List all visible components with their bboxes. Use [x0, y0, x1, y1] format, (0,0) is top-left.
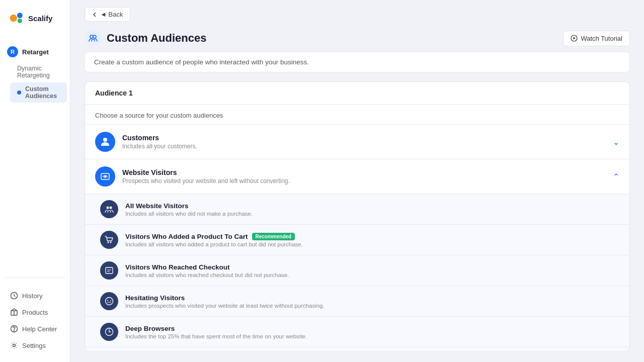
deep-browsers-svg [105, 327, 114, 336]
checkout-svg [105, 266, 114, 275]
page-title: Custom Audiences [85, 30, 206, 47]
sidebar-item-custom-audiences[interactable]: Custom Audiences [10, 82, 67, 103]
deep-browsers-info: Deep Browsers Includes the top 25% that … [125, 325, 307, 339]
svg-point-2 [18, 19, 22, 23]
deep-browsers-title: Deep Browsers [125, 325, 307, 332]
retarget-section: R Retarget Dynamic Retargeting Custom Au… [0, 42, 70, 103]
hesitating-svg [105, 297, 114, 306]
help-center-label: Help Center [22, 325, 57, 333]
watch-tutorial-label: Watch Tutorial [581, 35, 622, 42]
all-visitors-info: All Website Visitors Includes all visito… [125, 202, 253, 217]
svg-point-8 [14, 331, 15, 331]
svg-rect-21 [106, 267, 113, 274]
back-label: ◄ Back [100, 11, 123, 18]
custom-audiences-label: Custom Audiences [25, 85, 60, 100]
sidebar: calify Scalify R Retarget Dynamic Retarg… [0, 0, 70, 362]
page-title-icon [85, 30, 102, 47]
website-visitors-svg [100, 171, 110, 182]
svg-point-10 [90, 35, 93, 38]
audience-title: Audience 1 [85, 82, 629, 105]
customers-svg [100, 137, 110, 147]
svg-point-18 [110, 207, 112, 209]
sidebar-item-dynamic-retargeting[interactable]: Dynamic Retargeting [10, 62, 67, 82]
description-text: Create a custom audience of people who i… [94, 58, 309, 66]
description-bar: Create a custom audience of people who i… [85, 52, 630, 72]
recommended-badge: Recommended [252, 233, 295, 240]
hesitating-info: Hesitating Visitors Includes prospects w… [125, 294, 325, 309]
gear-icon [10, 341, 18, 349]
all-visitors-title: All Website Visitors [125, 202, 253, 210]
page-title-text: Custom Audiences [107, 32, 206, 45]
cart-svg [105, 235, 114, 244]
source-left-customers: Customers Includes all your customers. [95, 132, 197, 152]
sub-item-deep-browsers[interactable]: Deep Browsers Includes the top 25% that … [85, 317, 629, 347]
svg-point-24 [106, 298, 113, 305]
customers-info: Customers Includes all your customers. [122, 134, 197, 150]
sidebar-item-settings[interactable]: Settings [3, 337, 67, 353]
website-visitors-info: Website Visitors Prospects who visited y… [122, 168, 290, 185]
added-to-cart-icon [100, 231, 118, 249]
added-to-cart-info: Visitors Who Added a Product To Cart Rec… [125, 233, 303, 247]
checkout-desc: Includes all visitors who reached checko… [125, 272, 289, 278]
hesitating-title: Hesitating Visitors [125, 294, 325, 302]
sub-item-all-website-visitors[interactable]: All Website Visitors Includes all visito… [85, 194, 629, 225]
all-visitors-desc: Includes all visitors who did not make a… [125, 211, 253, 217]
nav-top: R Retarget Dynamic Retargeting Custom Au… [0, 36, 70, 273]
all-visitors-svg [105, 205, 114, 214]
watch-tutorial-button[interactable]: Watch Tutorial [563, 31, 630, 46]
source-left-website-visitors: Website Visitors Prospects who visited y… [95, 166, 290, 187]
hesitating-icon [100, 292, 118, 310]
customers-icon [95, 132, 115, 152]
svg-point-9 [13, 344, 16, 347]
svg-point-17 [107, 207, 109, 209]
hesitating-desc: Includes prospects who visited your webs… [125, 303, 325, 309]
history-label: History [22, 292, 42, 300]
svg-point-20 [110, 242, 112, 243]
main-content: ◄ Back Custom Audiences Watch Tutorial [70, 0, 644, 362]
active-dot [17, 90, 21, 95]
sub-item-page-url[interactable]: Visited a Page URL Includes prospects wh… [85, 347, 629, 352]
sidebar-item-retarget[interactable]: R Retarget [0, 42, 70, 61]
svg-marker-13 [574, 37, 576, 40]
sub-item-checkout[interactable]: Visitors Who Reached Checkout Includes a… [85, 255, 629, 286]
website-visitors-sub-items: All Website Visitors Includes all visito… [85, 194, 629, 352]
custom-audiences-icon [89, 34, 98, 43]
retarget-sub: Dynamic Retargeting Custom Audiences [0, 62, 70, 103]
svg-point-1 [17, 13, 23, 18]
svg-point-14 [103, 138, 107, 142]
checkout-icon [100, 261, 118, 280]
source-row-customers[interactable]: Customers Includes all your customers. ⌄ [85, 124, 629, 159]
svg-point-26 [110, 300, 111, 301]
website-visitors-desc: Prospects who visited your website and l… [122, 177, 290, 185]
nav-bottom: History Products Help Center Settings [0, 283, 70, 362]
logo-text: Scalify [28, 14, 52, 23]
sidebar-item-products[interactable]: Products [3, 304, 67, 320]
source-row-website-visitors[interactable]: Website Visitors Prospects who visited y… [85, 159, 629, 194]
box-icon [10, 308, 18, 316]
checkout-title: Visitors Who Reached Checkout [125, 263, 289, 271]
back-button[interactable]: ◄ Back [85, 7, 130, 22]
added-to-cart-desc: Includes all visitors who added a produc… [125, 241, 303, 247]
question-circle-icon [10, 325, 18, 333]
checkout-info: Visitors Who Reached Checkout Includes a… [125, 263, 289, 278]
sub-item-added-to-cart[interactable]: Visitors Who Added a Product To Cart Rec… [85, 225, 629, 255]
settings-label: Settings [22, 342, 46, 349]
retarget-label: Retarget [22, 48, 49, 56]
back-arrow-icon [92, 12, 97, 17]
sidebar-item-history[interactable]: History [3, 288, 67, 304]
all-visitors-icon [100, 200, 118, 218]
retarget-icon: R [7, 46, 18, 57]
audience-card: Audience 1 Choose a source for your cust… [85, 81, 630, 352]
play-icon [571, 35, 578, 42]
customers-desc: Includes all your customers. [122, 143, 197, 150]
sidebar-item-help-center[interactable]: Help Center [3, 321, 67, 337]
choose-source-label: Choose a source for your custom audience… [85, 105, 629, 124]
website-visitors-title: Website Visitors [122, 168, 290, 176]
dynamic-retargeting-label: Dynamic Retargeting [17, 65, 60, 79]
products-label: Products [22, 309, 48, 316]
svg-point-11 [93, 35, 96, 38]
website-visitors-icon [95, 166, 115, 187]
sub-item-hesitating[interactable]: Hesitating Visitors Includes prospects w… [85, 286, 629, 317]
svg-point-0 [10, 15, 17, 22]
website-visitors-chevron: ⌃ [613, 172, 619, 182]
